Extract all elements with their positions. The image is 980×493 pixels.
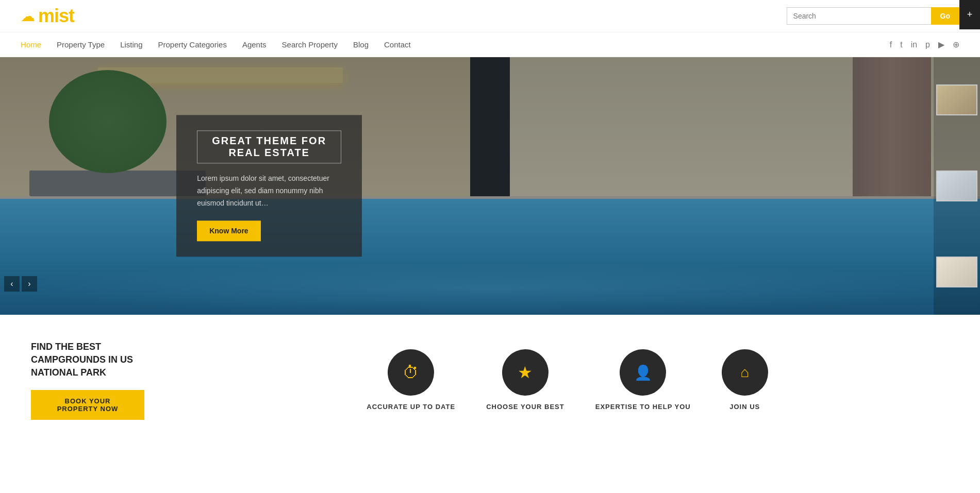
nav-item-property-categories[interactable]: Property Categories xyxy=(158,40,226,49)
thumbnail-2[interactable] xyxy=(936,171,977,201)
thumbnail-3[interactable] xyxy=(936,257,977,287)
social-icons: f t in p ▶ ⊕ xyxy=(890,40,959,49)
cta-title: FIND THE BEST CAMPGROUNDS IN US NATIONAL… xyxy=(31,341,165,380)
hero-subtitle: Lorem ipsum dolor sit amet, consectetuer… xyxy=(197,173,341,209)
feature-accurate: ⏱ ACCURATE UP TO DATE xyxy=(367,349,455,411)
twitter-icon[interactable]: t xyxy=(900,40,902,49)
house-scene xyxy=(0,57,980,315)
hero-text-box: GREAT THEME FOR REAL ESTATE Lorem ipsum … xyxy=(176,115,362,257)
hero-section: GREAT THEME FOR REAL ESTATE Lorem ipsum … xyxy=(0,57,980,315)
top-bar: ☁ mist Go + xyxy=(0,0,980,32)
nav-item-contact[interactable]: Contact xyxy=(384,40,411,49)
nav-bar: Home Property Type Listing Property Cate… xyxy=(0,32,980,57)
feature-expertise: 👤 EXPERTISE TO HELP YOU xyxy=(595,349,691,411)
nav-item-blog[interactable]: Blog xyxy=(353,40,369,49)
youtube-icon[interactable]: ▶ xyxy=(938,40,944,49)
globe-icon[interactable]: ⊕ xyxy=(953,40,959,49)
logo-text: mist xyxy=(38,5,74,27)
clock-icon: ⏱ xyxy=(403,363,419,382)
nav-item-property-type[interactable]: Property Type xyxy=(57,40,105,49)
nav-link-property-type[interactable]: Property Type xyxy=(57,40,105,49)
bottom-section: FIND THE BEST CAMPGROUNDS IN US NATIONAL… xyxy=(0,315,980,435)
pinterest-icon[interactable]: p xyxy=(925,40,930,49)
nav-link-agents[interactable]: Agents xyxy=(242,40,267,49)
nav-link-blog[interactable]: Blog xyxy=(353,40,369,49)
search-input[interactable] xyxy=(787,7,931,25)
nav-item-agents[interactable]: Agents xyxy=(242,40,267,49)
feature-join: ⌂ JOIN US xyxy=(722,349,768,411)
join-icon-circle: ⌂ xyxy=(722,349,768,396)
nav-link-property-categories[interactable]: Property Categories xyxy=(158,40,226,49)
hero-title: GREAT THEME FOR REAL ESTATE xyxy=(197,130,341,163)
hero-background xyxy=(0,57,980,315)
search-button[interactable]: Go xyxy=(931,7,959,25)
slider-prev-arrow[interactable]: ‹ xyxy=(4,276,20,292)
accurate-label: ACCURATE UP TO DATE xyxy=(367,403,455,411)
hero-thumbs xyxy=(934,57,980,315)
join-label: JOIN US xyxy=(729,403,760,411)
corner-plus[interactable]: + xyxy=(959,0,980,29)
nav-item-search-property[interactable]: Search Property xyxy=(282,40,338,49)
know-more-button[interactable]: Know More xyxy=(197,221,260,242)
logo-icon: ☁ xyxy=(21,8,35,25)
accurate-icon-circle: ⏱ xyxy=(388,349,434,396)
cta-left: FIND THE BEST CAMPGROUNDS IN US NATIONAL… xyxy=(31,341,186,420)
nav-link-listing[interactable]: Listing xyxy=(120,40,142,49)
star-icon: ★ xyxy=(518,363,533,382)
scene-overlay xyxy=(0,57,980,315)
slider-next-arrow[interactable]: › xyxy=(22,276,37,292)
slider-arrows: ‹ › xyxy=(4,284,37,299)
expertise-label: EXPERTISE TO HELP YOU xyxy=(595,403,691,411)
choose-label: CHOOSE YOUR BEST xyxy=(486,403,564,411)
nav-link-home[interactable]: Home xyxy=(21,40,41,49)
thumbnail-1[interactable] xyxy=(936,84,977,115)
nav-link-contact[interactable]: Contact xyxy=(384,40,411,49)
person-icon: 👤 xyxy=(634,364,652,381)
search-area: Go xyxy=(787,7,959,25)
book-property-button[interactable]: BOOK YOUR PROPERTY NOW xyxy=(31,390,144,420)
features-row: ⏱ ACCURATE UP TO DATE ★ CHOOSE YOUR BEST… xyxy=(186,349,949,411)
expertise-icon-circle: 👤 xyxy=(620,349,666,396)
nav-item-home[interactable]: Home xyxy=(21,40,41,49)
house-icon: ⌂ xyxy=(740,364,749,381)
logo-area: ☁ mist xyxy=(21,5,74,27)
nav-links: Home Property Type Listing Property Cate… xyxy=(21,40,411,49)
nav-item-listing[interactable]: Listing xyxy=(120,40,142,49)
choose-icon-circle: ★ xyxy=(502,349,549,396)
linkedin-icon[interactable]: in xyxy=(911,40,917,49)
facebook-icon[interactable]: f xyxy=(890,40,892,49)
nav-link-search-property[interactable]: Search Property xyxy=(282,40,338,49)
feature-choose: ★ CHOOSE YOUR BEST xyxy=(486,349,564,411)
